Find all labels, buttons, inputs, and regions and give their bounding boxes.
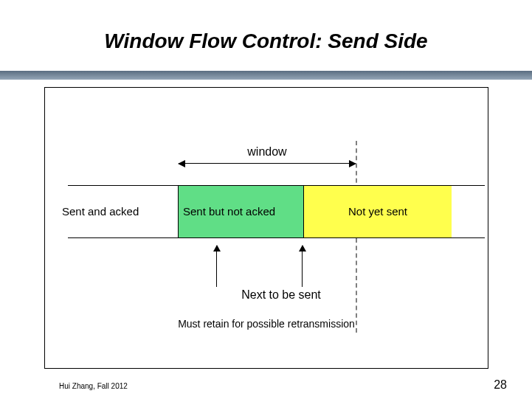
window-label: window [179, 145, 356, 159]
segment-sent-but-not-acked: Sent but not acked [179, 186, 304, 237]
segment-sent-but-not-acked-label: Sent but not acked [179, 205, 308, 218]
arrow-head-left-icon [178, 160, 185, 167]
diagram-box: window Sent and acked Sent but not acked… [44, 87, 488, 369]
segment-not-yet-sent-label: Not yet sent [304, 205, 452, 218]
next-to-be-sent-label: Next to be sent [200, 288, 362, 302]
retain-note: Must retain for possible retransmission [45, 318, 488, 330]
buffer-strip: Sent and acked Sent but not acked Not ye… [68, 185, 485, 238]
slide: Window Flow Control: Send Side window Se… [0, 0, 532, 399]
title-rule [0, 71, 532, 80]
segment-sent-and-acked: Sent and acked [68, 186, 179, 237]
segment-sent-and-acked-label: Sent and acked [58, 205, 172, 218]
footer-author: Hui Zhang, Fall 2012 [59, 382, 128, 390]
window-span-arrow [179, 163, 356, 164]
next-pointer-arrow-left [216, 246, 217, 287]
page-number: 28 [494, 378, 507, 392]
segment-not-yet-sent: Not yet sent [304, 186, 452, 237]
slide-title: Window Flow Control: Send Side [0, 30, 532, 53]
next-pointer-arrow-right [302, 246, 303, 287]
